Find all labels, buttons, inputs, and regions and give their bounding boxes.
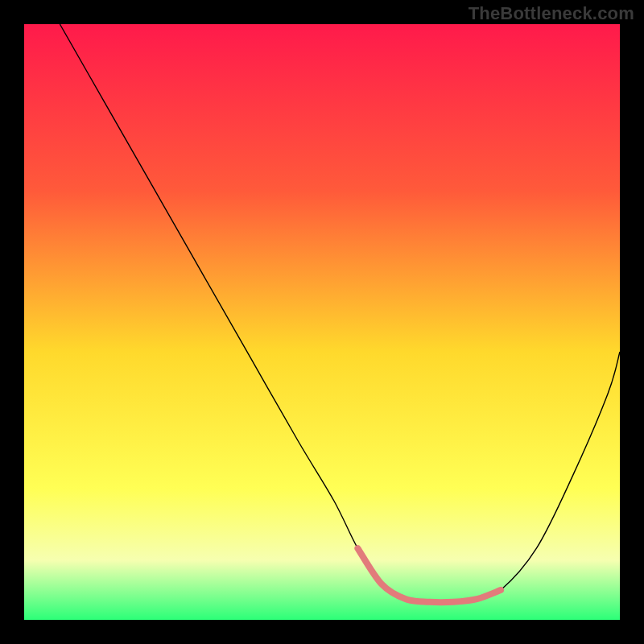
watermark-text: TheBottleneck.com [469,3,634,24]
bottleneck-chart [0,0,644,644]
chart-frame: TheBottleneck.com [0,0,644,644]
plot-background [24,24,620,620]
